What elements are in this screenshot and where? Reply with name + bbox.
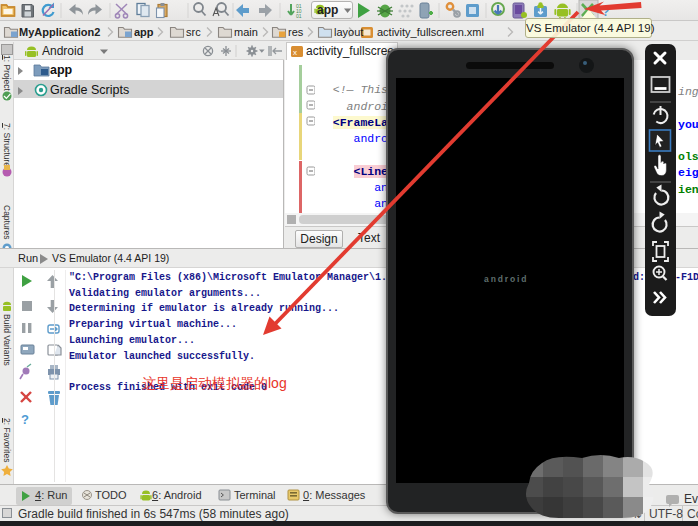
svg-text:?: ? [21,412,29,427]
svg-text:x: x [293,48,297,57]
svg-text:01: 01 [296,13,302,19]
